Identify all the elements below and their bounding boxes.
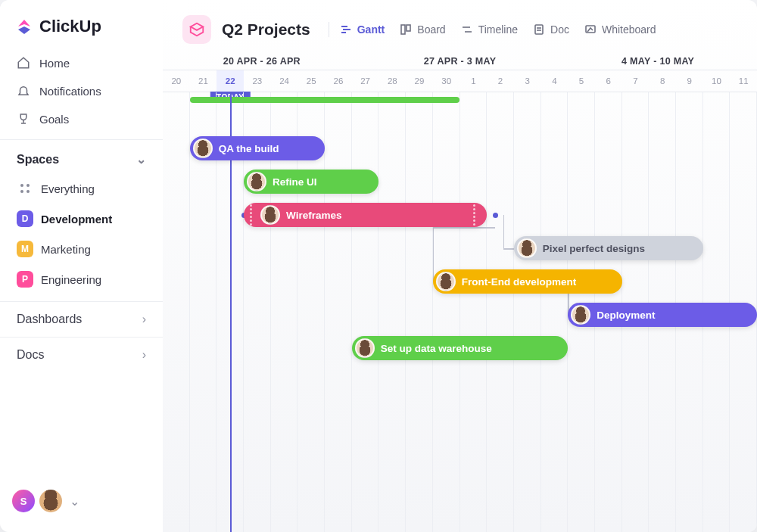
day-cell[interactable]: 11	[730, 70, 757, 92]
assignee-avatar	[193, 138, 213, 158]
day-cell[interactable]: 29	[406, 70, 433, 92]
dependency-line	[433, 227, 495, 229]
days-row: 202122TODAY23242526272829301234567891011	[163, 70, 757, 92]
day-cell[interactable]: 30	[433, 70, 460, 92]
space-badge: D	[17, 210, 33, 227]
task-bar[interactable]: Front-End development	[433, 269, 622, 294]
assignee-avatar	[247, 172, 266, 191]
gantt-area[interactable]: QA the buildRefine UIWireframesPixel per…	[163, 92, 757, 532]
day-cell[interactable]: 23	[244, 70, 271, 92]
view-label: Board	[417, 23, 445, 36]
brand-name: ClickUp	[39, 17, 101, 36]
sidebar-footer: S ⌄	[0, 481, 163, 521]
chevron-right-icon: ›	[142, 313, 146, 326]
range-label: 20 APR - 26 APR	[163, 56, 361, 67]
sidebar-section-label: Docs	[17, 348, 44, 362]
drag-handle-icon[interactable]	[470, 204, 478, 226]
chevron-down-icon: ⌄	[136, 152, 146, 166]
task-bar[interactable]: Deployment	[568, 303, 757, 327]
nav-list: Home Notifications Goals	[0, 50, 163, 132]
user-avatar-initial[interactable]: S	[12, 490, 35, 512]
space-badge: M	[17, 241, 33, 257]
view-gantt[interactable]: Gantt	[340, 23, 385, 36]
day-cell[interactable]: 20	[163, 70, 190, 92]
project-title: Q2 Projects	[222, 20, 310, 39]
svg-point-3	[26, 190, 30, 193]
svg-rect-8	[407, 25, 410, 31]
space-label: Marketing	[41, 243, 91, 256]
sidebar-section-label: Dashboards	[17, 313, 82, 326]
whiteboard-icon	[584, 23, 597, 36]
task-bar[interactable]: Refine UI	[244, 170, 378, 194]
assignee-avatar	[436, 272, 456, 291]
drag-handle-icon[interactable]	[247, 204, 254, 226]
day-cell[interactable]: 4	[541, 70, 569, 92]
day-cell[interactable]: 21	[190, 70, 217, 92]
day-cell[interactable]: 27	[352, 70, 379, 92]
doc-icon	[533, 23, 545, 36]
view-board[interactable]: Board	[400, 23, 445, 36]
day-cell[interactable]: 2	[487, 70, 514, 92]
trophy-icon	[17, 112, 30, 126]
nav-goals[interactable]: Goals	[8, 106, 155, 132]
view-timeline[interactable]: Timeline	[461, 23, 518, 36]
sidebar-docs[interactable]: Docs ›	[0, 337, 163, 372]
task-bar[interactable]: Set up data warehouse	[352, 336, 568, 360]
topbar: Q2 Projects Gantt Board Timeline Doc	[163, 0, 757, 51]
day-cell[interactable]: 25	[298, 70, 325, 92]
task-label: Front-End development	[462, 276, 577, 288]
task-label: Deployment	[597, 310, 655, 321]
spaces-list: Everything D Development M Marketing P E…	[0, 174, 163, 301]
app-shell: ClickUp Home Notifications Goals Spaces …	[0, 0, 757, 532]
view-doc[interactable]: Doc	[533, 23, 569, 36]
user-avatar-photo[interactable]	[39, 490, 62, 512]
task-bar[interactable]: Pixel perfect designs	[514, 236, 703, 260]
views-tabs: Gantt Board Timeline Doc Whiteboard	[340, 23, 656, 36]
view-whiteboard[interactable]: Whiteboard	[584, 23, 656, 36]
day-cell[interactable]: 8	[649, 70, 676, 92]
board-icon	[400, 23, 412, 36]
sidebar-dashboards[interactable]: Dashboards ›	[0, 301, 163, 337]
chevron-down-icon[interactable]: ⌄	[70, 494, 79, 509]
space-development[interactable]: D Development	[8, 204, 155, 233]
day-cell[interactable]: 26	[325, 70, 352, 92]
view-label: Doc	[550, 23, 569, 36]
chevron-right-icon: ›	[142, 348, 146, 362]
space-everything[interactable]: Everything	[8, 174, 155, 203]
view-label: Timeline	[478, 23, 518, 36]
day-cell[interactable]: 9	[676, 70, 703, 92]
svg-point-2	[20, 190, 23, 193]
calendar-header: 20 APR - 26 APR 27 APR - 3 MAY 4 MAY - 1…	[163, 51, 757, 92]
clickup-logo-icon	[15, 17, 33, 36]
dependency-line	[503, 215, 505, 248]
day-cell[interactable]: 3	[514, 70, 541, 92]
nav-home[interactable]: Home	[8, 50, 155, 76]
space-label: Everything	[41, 182, 95, 195]
brand: ClickUp	[0, 14, 163, 50]
day-cell[interactable]: 22TODAY	[217, 70, 244, 92]
view-label: Whiteboard	[602, 23, 656, 36]
task-bar[interactable]: QA the build	[190, 136, 325, 160]
timeline-icon	[461, 23, 473, 36]
day-cell[interactable]: 1	[460, 70, 488, 92]
space-label: Development	[41, 213, 112, 226]
space-engineering[interactable]: P Engineering	[8, 265, 155, 294]
grid-dots-icon	[17, 180, 33, 197]
spaces-header[interactable]: Spaces ⌄	[0, 139, 163, 174]
space-marketing[interactable]: M Marketing	[8, 235, 155, 263]
divider	[329, 22, 329, 37]
day-cell[interactable]: 6	[595, 70, 622, 92]
nav-notifications[interactable]: Notifications	[8, 78, 155, 104]
svg-rect-7	[401, 25, 405, 34]
spaces-header-label: Spaces	[17, 153, 59, 166]
day-cell[interactable]: 7	[622, 70, 650, 92]
day-cell[interactable]: 28	[378, 70, 406, 92]
day-cell[interactable]: 10	[703, 70, 731, 92]
day-cell[interactable]: 5	[568, 70, 595, 92]
dependency-line	[503, 248, 514, 250]
task-bar[interactable]: Wireframes	[244, 203, 487, 227]
bell-icon	[17, 84, 30, 98]
task-label: Set up data warehouse	[381, 343, 492, 354]
project-icon	[182, 15, 211, 44]
day-cell[interactable]: 24	[271, 70, 298, 92]
